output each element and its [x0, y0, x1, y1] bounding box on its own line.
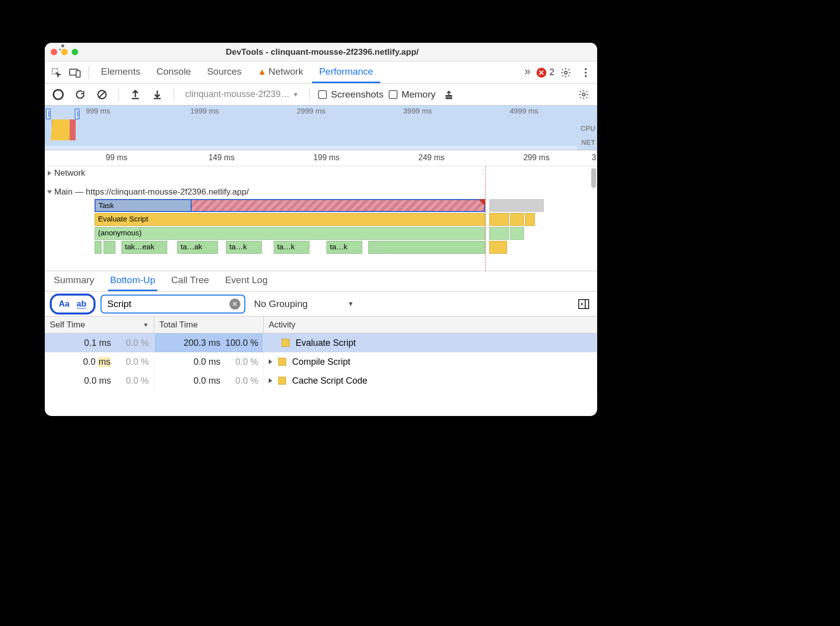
tab-console[interactable]: Console	[149, 62, 198, 83]
network-track-header[interactable]: Network	[45, 166, 597, 180]
upload-profile-button[interactable]	[127, 86, 144, 103]
svg-line-8	[99, 91, 105, 98]
flame-block[interactable]: ta…ak	[177, 241, 218, 254]
chevron-down-icon: ▼	[347, 300, 354, 308]
tab-call-tree[interactable]: Call Tree	[169, 271, 211, 291]
flame-block-label: ta…k	[229, 242, 247, 251]
table-row[interactable]: 0.1 ms 0.0 % 200.3 ms100.0 % Evaluate Sc…	[45, 333, 597, 352]
tab-event-log[interactable]: Event Log	[223, 271, 270, 291]
flame-block-label: ta…k	[330, 242, 347, 251]
clear-button[interactable]	[94, 86, 110, 103]
flame-block[interactable]	[95, 241, 102, 254]
devtools-window: DevTools - clinquant-mousse-2f2396.netli…	[45, 43, 597, 416]
col-total-time[interactable]: Total Time	[154, 316, 264, 333]
inspect-element-icon[interactable]	[48, 64, 65, 81]
sort-desc-icon: ▼	[143, 321, 149, 328]
col-label: Self Time	[50, 320, 85, 330]
error-icon: ✕	[536, 68, 546, 78]
whole-word-button[interactable]: ab	[77, 299, 87, 309]
overview-handle-right[interactable]	[75, 108, 80, 119]
flame-block[interactable]	[104, 241, 115, 254]
overview-label-cpu: CPU	[580, 121, 595, 135]
chevron-down-icon: ▼	[293, 91, 299, 98]
reload-record-button[interactable]	[72, 86, 89, 103]
col-activity[interactable]: Activity	[264, 316, 597, 333]
device-toolbar-icon[interactable]	[67, 64, 84, 81]
flame-block-label: Task	[99, 201, 114, 209]
flame-chart[interactable]: Network Main — https://clinquant-mousse-…	[45, 166, 597, 271]
expand-icon[interactable]	[269, 378, 272, 383]
panel-tabs: Elements Console Sources ▲Network Perfor…	[45, 62, 597, 84]
svg-point-13	[582, 93, 585, 96]
match-case-button[interactable]: Aa	[59, 299, 70, 309]
flame-block-task-long[interactable]	[192, 199, 485, 212]
col-label: Activity	[269, 320, 296, 330]
table-row[interactable]: 0.0 ms 0.0 % 0.0 ms 0.0 % Compile Script	[45, 352, 597, 371]
total-time-value: 200.3 ms	[184, 338, 220, 348]
table-row[interactable]: 0.0 ms 0.0 % 0.0 ms 0.0 % Cache Script C…	[45, 371, 597, 390]
col-self-time[interactable]: Self Time▼	[45, 316, 154, 333]
checkbox-icon	[318, 90, 327, 99]
regex-button[interactable]: .*	[59, 43, 64, 56]
svg-point-4	[585, 68, 587, 70]
main-track-header[interactable]: Main — https://clinquant-mousse-2f2396.n…	[45, 185, 597, 199]
flame-block[interactable]: ta…k	[274, 241, 310, 254]
overview-activity	[51, 119, 71, 140]
toggle-sidebar-button[interactable]	[575, 296, 592, 313]
tab-network[interactable]: ▲Network	[251, 62, 311, 83]
network-track-label: Network	[54, 168, 85, 178]
overview-axis-labels: CPU NET	[580, 121, 595, 149]
flame-block[interactable]: ta…k	[226, 241, 262, 254]
flame-block-evaluate[interactable]: Evaluate Script	[95, 213, 485, 226]
flame-block[interactable]	[525, 213, 535, 226]
expand-icon[interactable]	[269, 359, 272, 364]
performance-toolbar: clinquant-mousse-2f239… ▼ Screenshots Me…	[45, 84, 597, 105]
error-badge[interactable]: ✕ 2	[536, 67, 554, 78]
memory-checkbox[interactable]: Memory	[389, 89, 436, 100]
flame-lane-task: Task	[95, 199, 594, 213]
overview-tick: 3999 ms	[403, 106, 432, 115]
overview-handle-left[interactable]	[46, 108, 51, 119]
capture-settings-icon[interactable]	[575, 86, 592, 103]
settings-icon[interactable]	[557, 64, 574, 81]
flame-block[interactable]	[510, 213, 524, 226]
flame-block-label: ta…k	[277, 242, 295, 251]
total-time-value: 0.0 ms	[194, 376, 220, 386]
flame-block[interactable]	[489, 213, 509, 226]
garbage-collect-button[interactable]	[440, 86, 457, 103]
tab-elements[interactable]: Elements	[94, 62, 147, 83]
more-tabs-button[interactable]: »	[522, 65, 533, 80]
flame-lane-leaves: tak…eak ta…ak ta…k ta…k ta…k	[95, 241, 594, 255]
close-window-button[interactable]	[51, 49, 57, 55]
flame-block[interactable]	[489, 241, 507, 254]
tab-performance[interactable]: Performance	[312, 62, 380, 83]
flame-block[interactable]: ta…k	[326, 241, 362, 254]
self-time-pct: 0.0 %	[126, 357, 149, 367]
tab-sources[interactable]: Sources	[200, 62, 249, 83]
svg-point-6	[585, 75, 587, 77]
flame-block[interactable]	[510, 227, 524, 240]
tab-bottom-up[interactable]: Bottom-Up	[108, 271, 157, 291]
zoom-window-button[interactable]	[72, 49, 78, 55]
flame-block[interactable]	[489, 227, 509, 240]
total-time-pct: 0.0 %	[235, 357, 258, 367]
clear-filter-button[interactable]: ✕	[229, 299, 240, 310]
timeline-ruler[interactable]: 99 ms 149 ms 199 ms 249 ms 299 ms 3	[45, 150, 597, 166]
kebab-menu-icon[interactable]	[577, 64, 594, 81]
flame-block[interactable]: tak…eak	[121, 241, 167, 254]
flame-block-grey[interactable]	[489, 199, 544, 212]
timeline-overview[interactable]: 999 ms 1999 ms 2999 ms 3999 ms 4999 ms C…	[45, 105, 597, 150]
record-button[interactable]	[50, 86, 67, 103]
flame-block-task[interactable]: Task	[95, 199, 192, 212]
tab-summary[interactable]: Summary	[52, 271, 96, 291]
screenshots-checkbox[interactable]: Screenshots	[318, 89, 384, 100]
profile-select[interactable]: clinquant-mousse-2f239… ▼	[182, 89, 302, 100]
filter-input[interactable]	[107, 299, 225, 310]
error-count: 2	[549, 67, 554, 78]
scrollbar-thumb[interactable]	[591, 168, 596, 188]
flame-block[interactable]	[368, 241, 485, 254]
flame-block-anonymous[interactable]: (anonymous)	[95, 227, 485, 240]
download-profile-button[interactable]	[149, 86, 166, 103]
filter-input-wrapper: ✕	[101, 295, 245, 313]
grouping-select[interactable]: No Grouping ▼	[250, 299, 358, 310]
